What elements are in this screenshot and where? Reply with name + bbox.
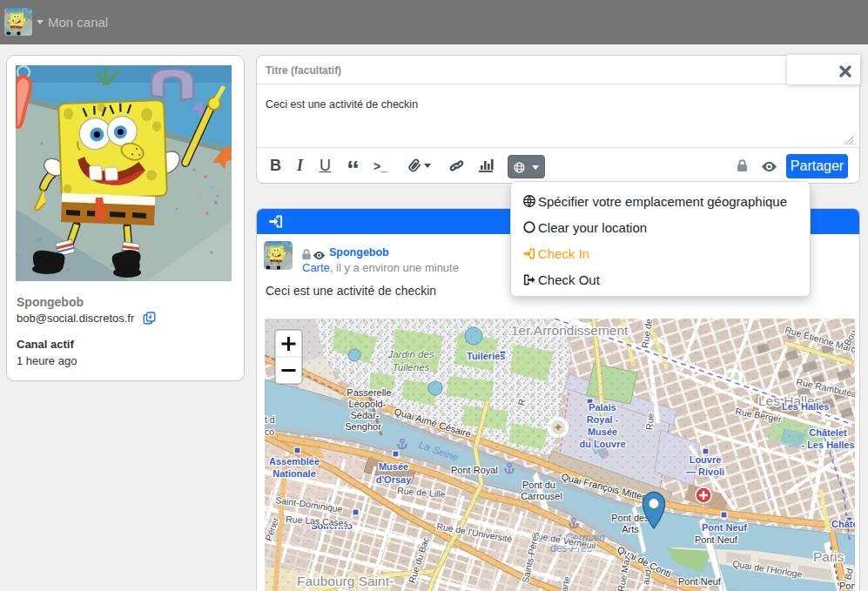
svg-text:Pont: Pont: [839, 581, 855, 591]
svg-text:Faubourg Saint-: Faubourg Saint-: [297, 574, 394, 588]
svg-text:Pont Neuf: Pont Neuf: [695, 534, 738, 545]
svg-text:Châtelet: Châtelet: [831, 519, 855, 529]
svg-text:Tuileries: Tuileries: [467, 351, 505, 361]
svg-text:Pont Royal: Pont Royal: [451, 465, 498, 475]
svg-text:Paris: Paris: [813, 549, 844, 564]
svg-text:Pont Neuf: Pont Neuf: [678, 576, 722, 587]
svg-text:t d: t d: [265, 414, 275, 425]
svg-text:Rue: Rue: [643, 413, 656, 430]
svg-text:Pont Neuf: Pont Neuf: [702, 522, 747, 533]
svg-text:Les Halles: Les Halles: [782, 401, 829, 412]
svg-text:co: co: [265, 426, 274, 437]
svg-text:1er Arrondissement: 1er Arrondissement: [511, 323, 629, 338]
